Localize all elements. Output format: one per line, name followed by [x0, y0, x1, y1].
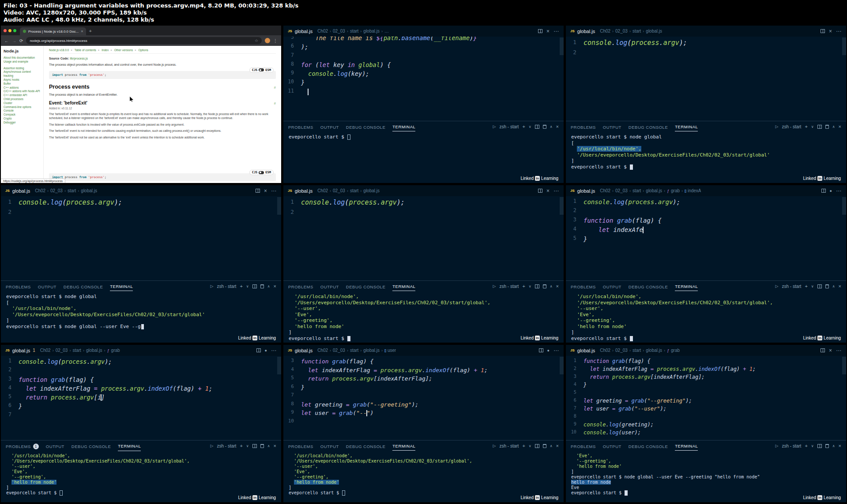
launch-profile-chevron-icon[interactable]: ∨ — [811, 444, 814, 448]
bookmark-star-icon[interactable]: ☆ — [255, 38, 258, 43]
panel-tab-debug-console[interactable]: DEBUG CONSOLE — [346, 441, 385, 451]
editor-scrollbar[interactable] — [842, 197, 846, 215]
panel-tab-terminal[interactable]: TERMINAL — [392, 441, 415, 451]
panel-chevron-up-icon[interactable]: ∧ — [550, 125, 553, 129]
sidebar-link[interactable]: Buffer — [4, 82, 41, 86]
close-panel-icon[interactable]: × — [274, 443, 276, 448]
launch-profile-chevron-icon[interactable]: ∨ — [529, 444, 531, 448]
more-actions-icon[interactable]: ⋯ — [553, 347, 559, 354]
split-terminal-icon[interactable] — [817, 444, 822, 448]
heading-anchor-link[interactable]: # — [274, 101, 276, 105]
kill-terminal-icon[interactable] — [543, 444, 546, 448]
breadcrumb[interactable]: Ch02›02_03›start›global.js›ƒgrab — [600, 348, 680, 353]
cjs-esm-toggle[interactable]: CJSESM — [249, 67, 274, 73]
breadcrumb[interactable]: Ch02›02_03›start›global.js — [35, 188, 97, 193]
more-actions-icon[interactable]: ⋯ — [553, 28, 559, 34]
panel-tab-problems[interactable]: PROBLEMS — [288, 122, 313, 131]
new-tab-button[interactable]: + — [89, 28, 91, 34]
sidebar-link[interactable]: Console — [4, 109, 41, 113]
new-terminal-icon[interactable]: + — [805, 124, 807, 129]
launch-profile-chevron-icon[interactable]: ∨ — [246, 444, 249, 448]
sidebar-link[interactable]: About this documentation — [4, 56, 41, 60]
shell-selector[interactable]: zsh - start — [500, 284, 519, 289]
launch-profile-chevron-icon[interactable]: ∨ — [811, 125, 814, 129]
editor-tab[interactable]: JSglobal.jsCh02›02_03›start›global.js›[ … — [288, 348, 396, 353]
split-terminal-icon[interactable] — [817, 125, 822, 129]
close-editor-icon[interactable]: × — [264, 188, 267, 194]
code-editor[interactable]: 1function grab(flag) {2 let indexAfterFl… — [566, 356, 846, 440]
launch-profile-chevron-icon[interactable]: ∨ — [529, 284, 531, 288]
unsaved-changes-dot-icon[interactable]: ● — [547, 348, 550, 353]
browser-menu-icon[interactable]: ⋮ — [273, 38, 278, 43]
split-editor-icon[interactable] — [256, 189, 260, 193]
terminal[interactable]: eveporcello start $ — [283, 132, 564, 183]
panel-tab-debug-console[interactable]: DEBUG CONSOLE — [629, 281, 668, 291]
sidebar-link[interactable]: Assertion testing — [4, 67, 41, 71]
terminal[interactable]: eveporcello start $ node global[ '/usr/l… — [1, 291, 281, 343]
editor-tab[interactable]: JSglobal.jsCh02›02_03›start›global.js — [570, 29, 662, 34]
kill-terminal-icon[interactable] — [260, 284, 264, 288]
split-editor-icon[interactable] — [538, 29, 542, 33]
code-editor[interactable]: 1console.log(process.argv);2 — [283, 196, 564, 280]
launch-profile-chevron-icon[interactable]: ∨ — [811, 284, 814, 288]
split-editor-icon[interactable] — [539, 348, 543, 352]
sidebar-link[interactable]: Cluster — [4, 101, 41, 105]
panel-tab-debug-console[interactable]: DEBUG CONSOLE — [72, 441, 111, 451]
panel-tab-terminal[interactable]: TERMINAL — [675, 281, 698, 291]
kill-terminal-icon[interactable] — [825, 125, 829, 129]
breadcrumb[interactable]: Ch02›02_03›start›global.js›[ ]user — [317, 348, 396, 353]
address-bar[interactable]: nodejs.org/api/process.html#process☆ — [26, 37, 262, 44]
panel-tab-output[interactable]: OUTPUT — [46, 441, 64, 451]
shell-selector[interactable]: zsh - start — [782, 284, 802, 289]
more-actions-icon[interactable]: ⋯ — [553, 188, 559, 194]
kill-terminal-icon[interactable] — [543, 284, 546, 288]
panel-chevron-up-icon[interactable]: ∧ — [267, 444, 270, 448]
editor-tab[interactable]: JSglobal.jsCh02›02_03›start›global.js›ƒg… — [570, 188, 701, 194]
split-editor-icon[interactable] — [538, 189, 542, 193]
terminal[interactable]: '/usr/local/bin/node', '/Users/eveporcel… — [566, 291, 846, 343]
split-editor-icon[interactable] — [821, 189, 826, 193]
editor-tab[interactable]: JSglobal.jsCh02›02_03›start›global.js›… — [288, 29, 389, 34]
split-terminal-icon[interactable] — [535, 125, 539, 129]
code-editor[interactable]: 5 The file name is ${path.basename(__fil… — [283, 37, 564, 121]
panel-tab-debug-console[interactable]: DEBUG CONSOLE — [629, 122, 668, 131]
panel-chevron-up-icon[interactable]: ∧ — [550, 444, 553, 448]
panel-tab-terminal[interactable]: TERMINAL — [392, 122, 415, 131]
new-terminal-icon[interactable]: + — [522, 443, 525, 448]
unsaved-changes-dot-icon[interactable]: ● — [830, 189, 832, 193]
cjs-esm-toggle[interactable]: CJSESM — [249, 170, 274, 175]
panel-tab-problems[interactable]: PROBLEMS — [571, 281, 596, 291]
panel-tab-terminal[interactable]: TERMINAL — [675, 441, 698, 451]
panel-tab-problems[interactable]: PROBLEMS — [571, 122, 596, 131]
panel-tab-problems[interactable]: PROBLEMS — [288, 281, 313, 291]
panel-chevron-up-icon[interactable]: ∧ — [550, 284, 553, 288]
terminal[interactable]: 'Eve', '--greeting', 'hello from node']e… — [566, 451, 846, 502]
split-editor-icon[interactable] — [256, 348, 261, 352]
launch-profile-chevron-icon[interactable]: ∨ — [529, 125, 531, 129]
panel-tab-terminal[interactable]: TERMINAL — [392, 281, 415, 291]
sidebar-link[interactable]: Corepack — [4, 113, 41, 117]
close-tab-icon[interactable]: × — [81, 29, 83, 34]
panel-tab-output[interactable]: OUTPUT — [603, 441, 621, 451]
editor-scrollbar[interactable] — [560, 37, 564, 55]
new-terminal-icon[interactable]: + — [240, 443, 242, 448]
panel-tab-terminal[interactable]: TERMINAL — [675, 122, 698, 131]
breadcrumb[interactable]: Ch02›02_03›start›global.js›… — [317, 29, 389, 34]
split-terminal-icon[interactable] — [252, 444, 257, 448]
code-editor[interactable]: 1console.log(process.argv);23function gr… — [1, 356, 281, 440]
panel-chevron-up-icon[interactable]: ∧ — [832, 444, 835, 448]
panel-tab-debug-console[interactable]: DEBUG CONSOLE — [64, 281, 103, 291]
more-actions-icon[interactable]: ⋯ — [271, 188, 277, 194]
close-panel-icon[interactable]: × — [556, 443, 559, 448]
editor-tab[interactable]: JSglobal.js1Ch02›02_03›start›global.js›ƒ… — [5, 348, 120, 353]
sidebar-link[interactable]: Crypto — [4, 117, 41, 121]
terminal[interactable]: '/usr/local/bin/node', '/Users/eveporcel… — [1, 451, 281, 502]
close-panel-icon[interactable]: × — [274, 284, 276, 289]
split-editor-icon[interactable] — [821, 29, 825, 33]
sidebar-link[interactable]: C++ addons — [4, 86, 41, 90]
editor-tab[interactable]: JSglobal.jsCh02›02_03›start›global.js›ƒg… — [570, 348, 680, 353]
launch-profile-chevron-icon[interactable]: ∨ — [246, 284, 249, 288]
reload-icon[interactable]: ⟳ — [19, 38, 23, 43]
editor-scrollbar[interactable] — [560, 197, 564, 215]
split-terminal-icon[interactable] — [252, 284, 257, 288]
